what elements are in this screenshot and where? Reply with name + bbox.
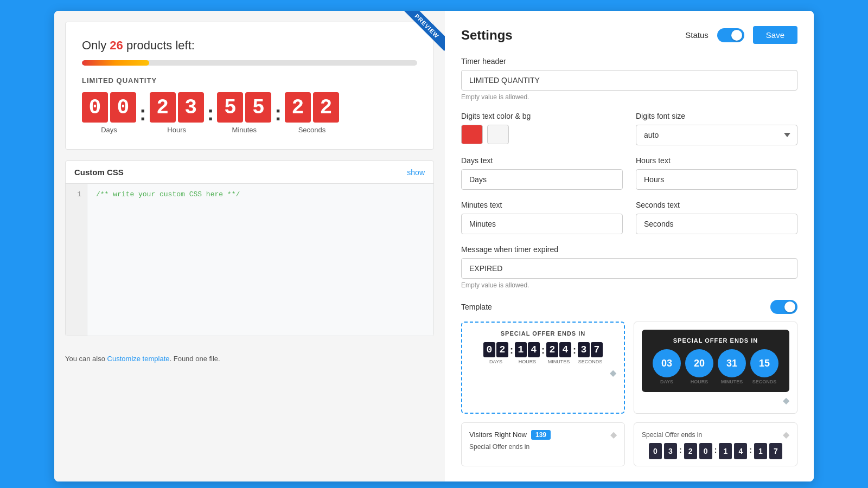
minutes-label: Minutes xyxy=(232,126,257,134)
expired-input[interactable] xyxy=(461,258,797,279)
custom-css-section: Custom CSS show 1 /** write your custom … xyxy=(65,160,434,336)
countdown-minutes-digits: 5 5 xyxy=(217,92,271,123)
template-toggle-slider[interactable] xyxy=(770,300,797,314)
t4-sep1: : xyxy=(679,443,682,459)
template1-title: Special Offer ends in xyxy=(470,330,616,337)
save-button[interactable]: Save xyxy=(753,26,797,44)
countdown-hours: 2 3 Hours xyxy=(150,92,204,134)
right-panel: Settings Status Save Timer header Empty … xyxy=(445,11,814,481)
customize-template-link[interactable]: Customize template xyxy=(107,355,170,363)
template-card-3[interactable]: Visitors Right Now 139 ◆ Special Offer e… xyxy=(461,422,625,466)
timer-header-label: Timer header xyxy=(461,57,797,66)
t1-sec-1: 3 xyxy=(578,342,590,357)
minute-digit-1: 5 xyxy=(217,92,243,123)
t1-day-1: 0 xyxy=(483,342,495,357)
t4-sep3: : xyxy=(749,443,752,459)
status-label: Status xyxy=(685,30,709,40)
t1-hour-1: 1 xyxy=(515,342,527,357)
second-digit-1: 2 xyxy=(285,92,311,123)
seconds-label: Seconds xyxy=(298,126,326,134)
t2-seconds-label: SECONDS xyxy=(752,379,777,384)
hours-label: Hours xyxy=(167,126,186,134)
digits-settings-row: Digits text color & bg Digits font size … xyxy=(461,112,797,145)
template2-dark-bg: SPECIAL OFFER ENDS IN 03 DAYS 20 HOURS xyxy=(642,330,789,392)
products-count: 26 xyxy=(110,38,123,52)
products-left-text: Only 26 products left: xyxy=(82,38,417,53)
t1-seconds-label: Seconds xyxy=(578,359,603,364)
hour-digit-1: 2 xyxy=(150,92,176,123)
template1-flip-clock: 0 2 Days : 1 4 Hours xyxy=(470,342,616,364)
line-number-1: 1 xyxy=(71,190,81,198)
t4-sep2: : xyxy=(714,443,717,459)
template2-title: SPECIAL OFFER ENDS IN xyxy=(649,337,782,344)
digits-color-section: Digits text color & bg xyxy=(461,112,623,145)
t1-sep3: : xyxy=(571,345,578,362)
t2-seconds: 15 SECONDS xyxy=(750,349,778,384)
footer-note-after: . Found one file. xyxy=(169,355,220,363)
template3-offer-text: Special Offer ends in xyxy=(469,443,617,451)
color-swatch-red[interactable] xyxy=(461,125,483,144)
template4-mini-flip: 0 3 : 2 0 : 1 4 : 1 7 xyxy=(642,443,789,459)
timer-preview-box: Only 26 products left: LIMITED QUANTITY … xyxy=(65,22,434,150)
status-toggle[interactable] xyxy=(717,28,744,42)
hours-text-label: Hours text xyxy=(636,156,797,165)
digits-color-label: Digits text color & bg xyxy=(461,112,623,120)
day-digit-1: 0 xyxy=(82,92,108,123)
code-editor: 1 /** write your custom CSS here **/ xyxy=(66,184,433,336)
sep-3: : xyxy=(271,102,285,134)
t2-seconds-num: 15 xyxy=(750,349,778,377)
seconds-text-input[interactable] xyxy=(636,214,797,234)
template1-minutes: 2 4 Minutes xyxy=(546,342,571,364)
templates-grid: Special Offer ends in 0 2 Days : xyxy=(461,322,797,466)
day-digit-2: 0 xyxy=(110,92,136,123)
template-card-2[interactable]: SPECIAL OFFER ENDS IN 03 DAYS 20 HOURS xyxy=(634,322,797,414)
second-digit-2: 2 xyxy=(313,92,339,123)
countdown-seconds-digits: 2 2 xyxy=(285,92,339,123)
t4-d8: 7 xyxy=(769,443,782,459)
progress-bar-fill xyxy=(82,60,149,66)
preview-badge: PREVIEW xyxy=(396,11,445,60)
countdown-days: 0 0 Days xyxy=(82,92,136,134)
countdown-row: 0 0 Days : 2 3 Hours : xyxy=(82,92,417,134)
font-size-select[interactable]: auto xyxy=(636,125,797,145)
custom-css-title: Custom CSS xyxy=(74,168,124,177)
timer-header-hint: Empty value is allowed. xyxy=(461,93,797,101)
settings-header: Settings Status Save xyxy=(461,26,797,44)
custom-css-header: Custom CSS show xyxy=(66,161,433,184)
template3-diamond-icon: ◆ xyxy=(610,429,617,440)
t1-sep2: : xyxy=(540,345,546,362)
minutes-text-label: Minutes text xyxy=(461,201,623,209)
days-text-section: Days text xyxy=(461,156,623,190)
template2-diamond-icon: ◆ xyxy=(783,396,789,405)
template-card-1[interactable]: Special Offer ends in 0 2 Days : xyxy=(461,322,625,414)
countdown-hours-digits: 2 3 xyxy=(150,92,204,123)
template2-circle-clock: 03 DAYS 20 HOURS 31 MINUTES xyxy=(649,349,782,384)
t2-minutes-num: 31 xyxy=(718,349,746,377)
minutes-text-input[interactable] xyxy=(461,214,623,234)
days-text-input[interactable] xyxy=(461,169,623,190)
t1-hours-label: Hours xyxy=(519,359,537,364)
t2-hours-label: HOURS xyxy=(691,379,709,384)
code-comment: /** write your custom CSS here **/ xyxy=(96,190,240,198)
hours-text-section: Hours text xyxy=(636,156,797,190)
template-card-4[interactable]: Special Offer ends in ◆ 0 3 : 2 0 : 1 4 … xyxy=(634,422,797,466)
toggle-slider[interactable] xyxy=(717,28,744,42)
footer-note: You can also Customize template. Found o… xyxy=(54,347,445,370)
template-label: Template xyxy=(461,303,492,311)
sep-1: : xyxy=(136,102,150,134)
t1-hour-2: 4 xyxy=(528,342,540,357)
header-right: Status Save xyxy=(685,26,797,44)
color-swatch-light[interactable] xyxy=(487,125,509,144)
preview-badge-text: PREVIEW xyxy=(402,11,445,51)
timer-header-input[interactable] xyxy=(461,70,797,91)
template-toggle[interactable] xyxy=(770,300,797,314)
show-link[interactable]: show xyxy=(407,168,425,177)
expired-hint: Empty value is allowed. xyxy=(461,281,797,289)
t4-d6: 4 xyxy=(734,443,747,459)
minutes-seconds-row: Minutes text Seconds text xyxy=(461,201,797,234)
t2-minutes: 31 MINUTES xyxy=(718,349,746,384)
hour-digit-2: 3 xyxy=(178,92,204,123)
template4-diamond-icon: ◆ xyxy=(783,429,789,440)
visitors-count: 139 xyxy=(531,430,551,440)
hours-text-input[interactable] xyxy=(636,169,797,190)
